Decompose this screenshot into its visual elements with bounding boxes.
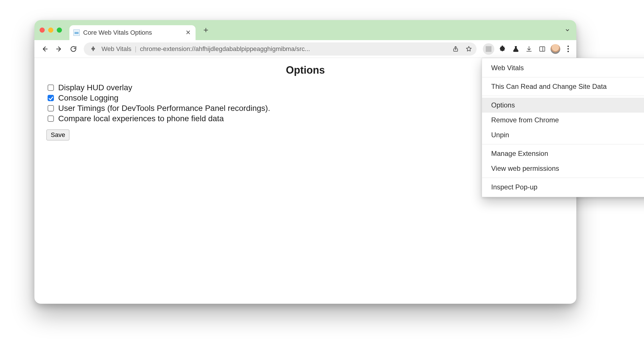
option-label: Display HUD overlay: [58, 83, 132, 92]
url-text: chrome-extension://ahfhijdlegdabablpippe…: [140, 45, 447, 53]
extensions-puzzle-icon[interactable]: [498, 44, 508, 54]
reload-button[interactable]: [67, 43, 80, 55]
context-menu-item-label: Unpin: [491, 131, 509, 139]
context-menu-item[interactable]: Remove from Chrome: [482, 113, 644, 128]
address-bar[interactable]: Web Vitals | chrome-extension://ahfhijdl…: [84, 42, 477, 56]
close-window-button[interactable]: [40, 28, 45, 33]
option-checkbox[interactable]: [48, 85, 54, 91]
extension-context-menu: Web Vitals This Can Read and Change Site…: [482, 58, 644, 197]
option-checkbox[interactable]: [48, 105, 54, 111]
context-menu-title-label: Web Vitals: [491, 64, 524, 72]
toolbar: Web Vitals | chrome-extension://ahfhijdl…: [34, 40, 576, 58]
profile-avatar[interactable]: [551, 44, 560, 54]
toolbar-actions: [483, 43, 572, 55]
tab-title: Core Web Vitals Options: [83, 29, 181, 36]
context-menu-separator: [482, 178, 644, 178]
bookmark-star-icon[interactable]: [464, 44, 474, 54]
new-tab-button[interactable]: [201, 25, 211, 35]
context-menu-separator: [482, 96, 644, 96]
option-checkbox[interactable]: [48, 115, 54, 122]
option-label: Console Logging: [58, 93, 118, 103]
side-panel-icon[interactable]: [537, 44, 547, 54]
browser-window: Core Web Vitals Options ✕: [34, 20, 576, 304]
site-info-icon[interactable]: [88, 44, 98, 54]
window-controls: [40, 28, 62, 33]
tab-favicon-icon: [73, 30, 80, 36]
extension-name: Web Vitals: [102, 45, 131, 53]
context-menu-separator: [482, 77, 644, 77]
forward-button[interactable]: [53, 43, 65, 55]
minimize-window-button[interactable]: [48, 28, 53, 33]
context-menu-item[interactable]: This Can Read and Change Site Data: [482, 79, 644, 94]
context-menu-item[interactable]: Options: [482, 98, 644, 113]
tabs-dropdown-button[interactable]: [563, 25, 572, 35]
back-button[interactable]: [38, 43, 51, 55]
option-label: Compare local experiences to phone field…: [58, 114, 224, 123]
tab-strip: Core Web Vitals Options ✕: [34, 20, 576, 40]
context-menu-item[interactable]: Manage Extension: [482, 146, 644, 161]
labs-flask-icon[interactable]: [511, 44, 521, 54]
context-menu-item-label: Manage Extension: [491, 150, 548, 158]
browser-tab[interactable]: Core Web Vitals Options ✕: [69, 25, 196, 40]
maximize-window-button[interactable]: [57, 28, 62, 33]
omnibox-separator: |: [135, 45, 136, 53]
context-menu-separator: [482, 144, 644, 144]
context-menu-item-label: Inspect Pop-up: [491, 183, 537, 191]
close-tab-button[interactable]: ✕: [185, 29, 192, 36]
share-icon[interactable]: [451, 44, 460, 54]
context-menu-item[interactable]: Inspect Pop-up: [482, 180, 644, 195]
browser-menu-button[interactable]: [564, 44, 572, 54]
context-menu-item[interactable]: Unpin: [482, 128, 644, 142]
context-menu-item-label: View web permissions: [491, 164, 559, 172]
context-menu-item-label: This Can Read and Change Site Data: [491, 83, 607, 91]
option-label: User Timings (for DevTools Performance P…: [58, 104, 270, 113]
option-checkbox[interactable]: [48, 95, 54, 101]
svg-rect-1: [540, 47, 545, 51]
context-menu-item-label: Remove from Chrome: [491, 116, 559, 124]
context-menu-title: Web Vitals: [482, 60, 644, 75]
context-menu-item[interactable]: View web permissions: [482, 161, 644, 176]
active-extension-indicator[interactable]: [483, 43, 494, 55]
context-menu-item-label: Options: [491, 101, 515, 109]
save-button[interactable]: Save: [46, 130, 69, 140]
downloads-icon[interactable]: [524, 44, 534, 54]
